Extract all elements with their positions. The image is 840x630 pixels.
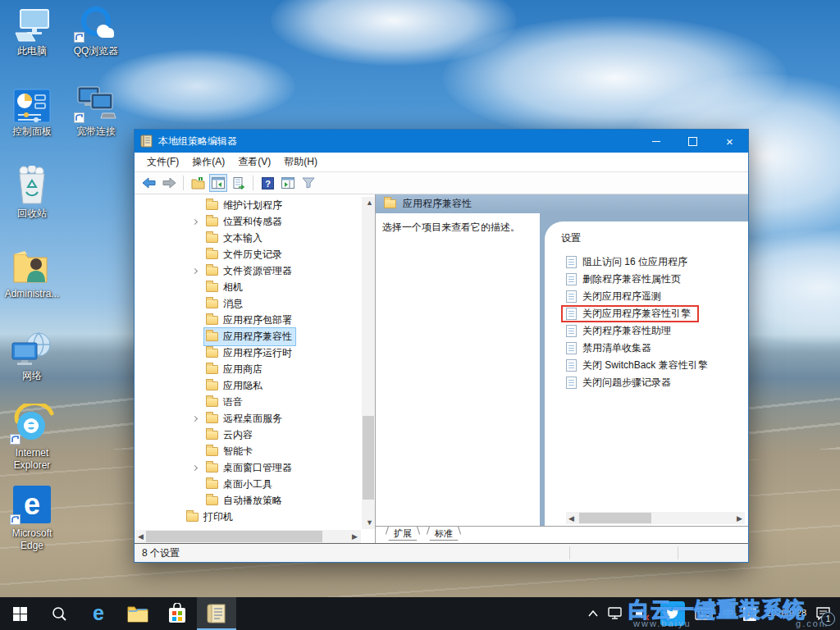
setting-label: 禁用清单收集器	[582, 341, 651, 355]
chevron-right-icon[interactable]	[185, 269, 203, 273]
scrollbar-thumb[interactable]	[363, 416, 374, 499]
settings-horizontal-scrollbar[interactable]: ◀ ▶	[566, 512, 745, 524]
status-bar: 8 个设置	[135, 544, 748, 562]
export-list-button[interactable]	[230, 174, 248, 192]
microsoft-edge-icon: e	[0, 487, 64, 525]
tree-item-label: 应用程序兼容性	[223, 330, 292, 344]
taskbar-twitter-button[interactable]	[655, 597, 690, 630]
tree-item[interactable]: 位置和传感器	[135, 213, 361, 230]
back-button[interactable]	[139, 174, 158, 192]
setting-item-highlighted[interactable]: 关闭应用程序兼容性引擎	[561, 305, 742, 322]
chevron-right-icon[interactable]	[185, 466, 203, 470]
this-pc-icon	[0, 5, 64, 43]
ime-mode-indicator[interactable]: 中	[718, 597, 738, 630]
tree-item[interactable]: 语音	[135, 394, 361, 410]
ime-language-indicator[interactable]: 拼	[738, 597, 761, 630]
scroll-left-icon[interactable]: ◀	[138, 533, 144, 541]
desktop-icon-this-pc[interactable]: 此电脑	[0, 5, 64, 57]
scrollbar-thumb[interactable]	[146, 531, 322, 542]
menu-view[interactable]: 查看(V)	[232, 153, 276, 171]
setting-item[interactable]: 关闭 SwitchBack 兼容性引擎	[561, 357, 742, 374]
settings-panel: 设置 阻止访问 16 位应用程序 删除程序兼容性属性页 关闭应用程序遥测 关闭应…	[540, 213, 748, 526]
tree-item[interactable]: 打印机	[135, 509, 361, 525]
setting-item[interactable]: 禁用清单收集器	[561, 340, 742, 357]
tree-item[interactable]: 自动播放策略	[135, 492, 361, 509]
tree-item[interactable]: 应用隐私	[135, 377, 361, 394]
scroll-up-icon[interactable]: ▲	[366, 199, 373, 207]
taskbar-store-button[interactable]	[158, 597, 197, 630]
console-content: 维护计划程序 位置和传感器 文本输入 文件历史记录 文件资源管理器 相机 消息 …	[135, 194, 748, 544]
maximize-button[interactable]	[674, 130, 711, 153]
taskbar-gpedit-button[interactable]	[197, 597, 236, 630]
network-status-icon[interactable]	[603, 597, 629, 630]
tree-item-selected[interactable]: 应用程序兼容性	[135, 328, 361, 345]
tree-item[interactable]: 文本输入	[135, 230, 361, 246]
menu-help[interactable]: 帮助(H)	[278, 153, 323, 171]
scroll-right-icon[interactable]: ▶	[737, 514, 742, 523]
setting-item[interactable]: 关闭程序兼容性助理	[561, 322, 742, 340]
tree-item-label: 消息	[223, 297, 243, 311]
tab-standard[interactable]: 标准	[423, 527, 464, 541]
policy-setting-icon	[566, 273, 577, 285]
tree-item[interactable]: 桌面窗口管理器	[135, 459, 361, 476]
desktop-icon-network[interactable]: 网络	[0, 330, 64, 382]
scroll-right-icon[interactable]: ▶	[352, 533, 358, 541]
setting-item[interactable]: 关闭问题步骤记录器	[561, 374, 742, 391]
folder-icon	[206, 283, 218, 292]
search-button[interactable]	[39, 597, 79, 630]
scrollbar-thumb[interactable]	[579, 513, 651, 523]
tree-vertical-scrollbar[interactable]: ▲ ▼	[362, 197, 375, 529]
setting-label: 关闭应用程序兼容性引擎	[582, 307, 691, 321]
help-button[interactable]: ?	[258, 174, 276, 192]
show-action-pane-button[interactable]	[279, 174, 297, 192]
menu-file[interactable]: 文件(F)	[141, 153, 185, 171]
setting-item[interactable]: 关闭应用程序遥测	[561, 288, 742, 305]
tray-chevron-up-icon[interactable]	[583, 597, 603, 630]
tree-horizontal-scrollbar[interactable]: ◀ ▶	[135, 530, 361, 543]
tree-item[interactable]: 消息	[135, 295, 361, 312]
action-center-icon[interactable]	[811, 597, 840, 630]
tree-item[interactable]: 应用程序包部署	[135, 312, 361, 328]
taskbar-edge-button[interactable]: e	[79, 597, 118, 630]
chevron-right-icon[interactable]	[185, 417, 203, 421]
touch-keyboard-icon[interactable]	[690, 597, 718, 630]
tree-item[interactable]: 远程桌面服务	[135, 410, 361, 427]
close-button[interactable]: ×	[711, 130, 748, 153]
desktop-icon-internet-explorer[interactable]: Internet Explorer	[0, 407, 64, 472]
tree-item[interactable]: 文件资源管理器	[135, 262, 361, 279]
desktop-icon-label: Microsoft Edge	[0, 527, 64, 552]
search-icon	[52, 606, 66, 621]
taskbar-file-explorer-button[interactable]	[118, 597, 158, 630]
svg-text:e: e	[24, 487, 40, 521]
setting-item[interactable]: 阻止访问 16 位应用程序	[561, 253, 742, 271]
titlebar[interactable]: 本地组策略编辑器 ×	[135, 130, 748, 153]
forward-button[interactable]	[160, 174, 178, 192]
tree-item[interactable]: 智能卡	[135, 443, 361, 459]
desktop-icon-recycle-bin[interactable]: 回收站	[0, 167, 64, 220]
scroll-left-icon[interactable]: ◀	[568, 514, 574, 523]
taskbar-clock[interactable]: 2020/9/28	[761, 597, 811, 630]
tree-item[interactable]: 云内容	[135, 427, 361, 443]
scroll-down-icon[interactable]: ▼	[366, 519, 373, 527]
desktop-icon-control-panel[interactable]: 控制面板	[0, 85, 64, 138]
start-button[interactable]	[0, 597, 39, 630]
desktop-icon-admin-folder[interactable]: Administra...	[0, 248, 64, 300]
show-console-tree-button[interactable]	[209, 174, 227, 192]
tree-item[interactable]: 文件历史记录	[135, 246, 361, 262]
setting-item[interactable]: 删除程序兼容性属性页	[561, 271, 742, 288]
minimize-button[interactable]	[637, 130, 674, 153]
desktop-icon-qq-browser[interactable]: QQ浏览器	[64, 5, 128, 57]
filter-button[interactable]	[299, 174, 317, 192]
tab-extended[interactable]: 扩展	[382, 527, 423, 541]
desktop-icon-broadband[interactable]: 宽带连接	[64, 85, 128, 138]
up-one-level-button[interactable]	[189, 174, 207, 192]
volume-muted-icon[interactable]	[629, 597, 655, 630]
tree-item[interactable]: 维护计划程序	[135, 197, 361, 213]
tree-item[interactable]: 应用商店	[135, 361, 361, 377]
tree-item[interactable]: 应用程序运行时	[135, 345, 361, 361]
tree-item[interactable]: 相机	[135, 279, 361, 295]
chevron-right-icon[interactable]	[185, 220, 203, 224]
desktop-icon-microsoft-edge[interactable]: e Microsoft Edge	[0, 487, 64, 552]
menu-action[interactable]: 操作(A)	[186, 153, 231, 171]
tree-item[interactable]: 桌面小工具	[135, 476, 361, 492]
